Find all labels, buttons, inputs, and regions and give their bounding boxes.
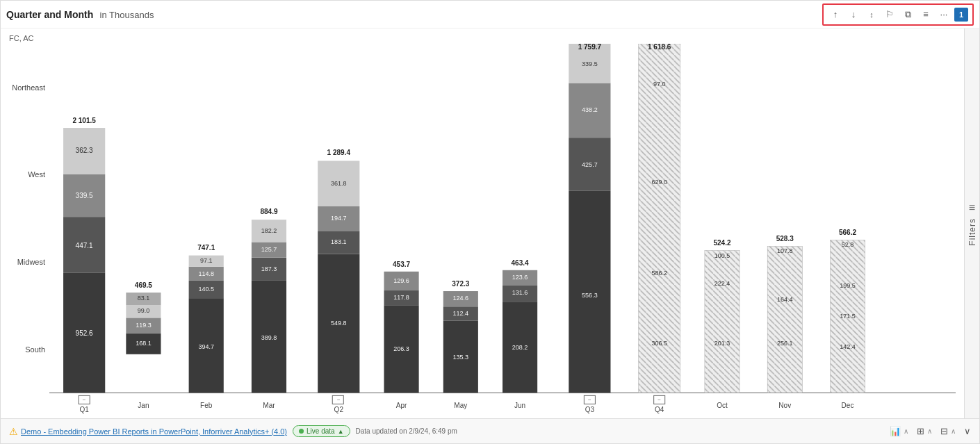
chart-chevron: ∧ [904, 427, 908, 435]
svg-text:339.5: 339.5 [582, 60, 598, 67]
demo-link-row: ⚠ Demo - Embedding Power BI Reports in P… [9, 426, 287, 437]
svg-text:2 101.5: 2 101.5 [72, 117, 96, 124]
bar-Nov[interactable]: 256.1 164.4 107.8 528.3 Nov [767, 235, 802, 409]
live-label: Live data [307, 427, 335, 435]
svg-text:Jan: Jan [138, 402, 149, 409]
warning-icon: ⚠ [9, 426, 18, 437]
live-dot [299, 429, 304, 434]
bar-Apr[interactable]: 206.3 117.8 129.6 453.7 Apr [384, 261, 418, 410]
filters-sidebar[interactable]: ≡ Filters [964, 28, 979, 418]
svg-text:Oct: Oct [717, 402, 728, 409]
collapse-icon-group[interactable]: ∨ [964, 426, 971, 436]
svg-text:83.1: 83.1 [138, 295, 150, 302]
chart-series-label: FC, AC [9, 34, 956, 42]
sort-down-icon[interactable]: ↓ [846, 7, 861, 22]
svg-text:135.3: 135.3 [453, 354, 469, 361]
svg-text:566.2: 566.2 [839, 229, 856, 236]
top-toolbar: Quarter and Month in Thousands ↑ ↓ ↕ ⚐ ⧉… [1, 1, 979, 28]
svg-text:389.8: 389.8 [261, 334, 277, 341]
svg-text:−: − [588, 397, 591, 403]
grid-icon-group[interactable]: ⊟ ∧ [940, 426, 956, 436]
svg-text:256.1: 256.1 [777, 340, 793, 347]
svg-text:528.3: 528.3 [776, 235, 794, 242]
bar-Jun[interactable]: 208.2 131.6 123.6 463.4 Jun [503, 259, 537, 410]
svg-text:629.0: 629.0 [651, 179, 667, 186]
svg-text:425.7: 425.7 [582, 161, 598, 167]
bar-Q2[interactable]: 549.8 183.1 194.7 361.8 1 289.4 − Q2 [318, 149, 359, 413]
svg-text:222.4: 222.4 [714, 280, 730, 287]
svg-text:97.0: 97.0 [653, 80, 666, 87]
bar-Q3[interactable]: 556.3 425.7 438.2 339.5 1 759.7 − Q3 [569, 44, 610, 413]
collapse-icon: ∨ [964, 426, 971, 436]
demo-link[interactable]: Demo - Embedding Power BI Reports in Pow… [21, 427, 287, 436]
svg-text:556.3: 556.3 [582, 292, 598, 299]
update-text: Data updated on 2/9/24, 6:49 pm [356, 427, 457, 435]
svg-text:1 289.4: 1 289.4 [327, 149, 351, 156]
bar-Q4[interactable]: 306.5 586.2 629.0 97.0 1 618.6 − Q4 [639, 44, 680, 413]
grid-icon: ⊟ [940, 426, 948, 436]
bottom-right: 📊 ∧ ⊞ ∧ ⊟ ∧ ∨ [890, 426, 971, 436]
svg-text:394.7: 394.7 [198, 343, 214, 350]
svg-text:361.8: 361.8 [331, 180, 347, 187]
svg-text:112.4: 112.4 [453, 310, 469, 317]
bar-Feb[interactable]: 394.7 140.5 114.8 97.1 747.1 Feb [189, 244, 224, 410]
table-icon: ⊞ [917, 426, 924, 436]
svg-text:123.6: 123.6 [512, 274, 528, 281]
svg-text:129.6: 129.6 [393, 277, 409, 284]
svg-text:119.3: 119.3 [136, 322, 152, 329]
svg-text:194.7: 194.7 [331, 215, 347, 222]
chart-svg: 952.6 447.1 339.5 362.3 2 101.5 [49, 44, 956, 418]
svg-text:Mar: Mar [263, 402, 275, 409]
badge-number[interactable]: 1 [954, 8, 968, 22]
svg-text:Apr: Apr [396, 402, 407, 409]
svg-text:171.5: 171.5 [840, 313, 856, 320]
svg-text:100.5: 100.5 [714, 252, 730, 259]
svg-text:164.4: 164.4 [777, 296, 793, 303]
svg-text:438.2: 438.2 [582, 106, 598, 113]
svg-text:362.3: 362.3 [76, 147, 93, 154]
svg-text:447.1: 447.1 [76, 241, 93, 249]
filter-lines-icon: ≡ [969, 202, 975, 214]
table-icon-group[interactable]: ⊞ ∧ [917, 426, 932, 436]
svg-text:Jun: Jun [514, 402, 525, 409]
sort-up-icon[interactable]: ↑ [828, 7, 843, 22]
svg-text:463.4: 463.4 [512, 259, 529, 267]
svg-text:469.5: 469.5 [135, 281, 152, 289]
svg-text:140.5: 140.5 [198, 286, 214, 293]
svg-text:168.1: 168.1 [136, 340, 152, 347]
sort-alpha-icon[interactable]: ⚐ [882, 7, 897, 22]
live-chevron: ▲ [338, 428, 344, 435]
y-label-west: West [9, 131, 49, 219]
live-data-badge[interactable]: Live data ▲ [293, 425, 350, 437]
bar-Dec[interactable]: 142.4 171.5 199.5 52.8 566.2 Dec [830, 229, 865, 409]
bar-chart-icon: 📊 [890, 426, 901, 436]
svg-text:747.1: 747.1 [197, 244, 215, 252]
svg-text:142.4: 142.4 [840, 343, 856, 350]
svg-text:Nov: Nov [778, 402, 791, 409]
more-icon[interactable]: ··· [936, 7, 952, 22]
svg-text:339.5: 339.5 [76, 192, 93, 199]
bars-region: 952.6 447.1 339.5 362.3 2 101.5 [49, 44, 956, 418]
svg-text:Feb: Feb [200, 402, 213, 409]
chart-body: Northeast West Midwest South 952.6 [9, 44, 956, 418]
chart-icon-group[interactable]: 📊 ∧ [890, 426, 908, 436]
filters-label: Filters [967, 218, 977, 246]
svg-text:524.2: 524.2 [713, 239, 730, 247]
svg-text:−: − [337, 397, 341, 403]
sort-both-icon[interactable]: ↕ [864, 7, 879, 22]
filters-panel[interactable]: ≡ Filters [967, 202, 977, 246]
bar-Oct[interactable]: 201.3 222.4 100.5 524.2 Oct [705, 239, 740, 409]
content-area: FC, AC Northeast West Midwest South [1, 28, 979, 418]
svg-text:Q1: Q1 [79, 406, 89, 413]
svg-text:884.9: 884.9 [260, 208, 277, 215]
copy-icon[interactable]: ⧉ [900, 7, 915, 22]
bar-Q1[interactable]: 952.6 447.1 339.5 362.3 2 101.5 [63, 117, 105, 413]
bar-Mar[interactable]: 389.8 187.3 125.7 182.2 884.9 Mar [252, 208, 286, 409]
svg-text:187.3: 187.3 [261, 265, 277, 272]
chart-unit: in Thousands [100, 10, 154, 20]
bar-Jan[interactable]: 168.1 119.3 99.0 83.1 469.5 Jan [126, 281, 161, 410]
svg-text:Dec: Dec [842, 402, 854, 409]
filter-icon[interactable]: ≡ [918, 7, 933, 22]
y-label-northeast: Northeast [9, 44, 49, 131]
bar-May[interactable]: 135.3 112.4 124.6 372.3 May [443, 280, 478, 410]
